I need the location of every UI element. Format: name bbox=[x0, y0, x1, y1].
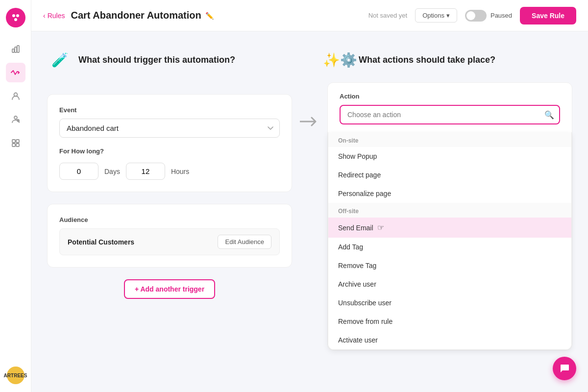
breadcrumb-text: Rules bbox=[48, 12, 65, 20]
sidebar-item-integrations[interactable] bbox=[6, 133, 25, 153]
audience-name: Potential Customers bbox=[68, 238, 134, 246]
sidebar-item-account[interactable] bbox=[6, 110, 25, 129]
svg-rect-11 bbox=[16, 140, 19, 143]
svg-rect-10 bbox=[12, 140, 15, 143]
duration-row: Days Hours bbox=[59, 163, 280, 180]
paused-toggle-wrap: Paused bbox=[465, 10, 512, 22]
svg-rect-12 bbox=[12, 144, 15, 147]
dropdown-item-redirect-page[interactable]: Redirect page bbox=[328, 166, 571, 184]
sidebar: ARTREES bbox=[0, 0, 31, 392]
dropdown-item-remove-tag[interactable]: Remove Tag bbox=[328, 256, 571, 275]
action-section-header: ✨⚙️ What actions should take place? bbox=[327, 47, 572, 73]
breadcrumb-link[interactable]: ‹ Rules bbox=[43, 12, 65, 20]
event-select[interactable]: Abandoned cart bbox=[59, 119, 280, 138]
page-title: Cart Abandoner Automation ✏️ bbox=[71, 10, 213, 21]
action-title: What actions should take place? bbox=[359, 55, 495, 65]
trigger-panel: 🧪 What should trigger this automation? E… bbox=[47, 47, 292, 376]
trigger-section-header: 🧪 What should trigger this automation? bbox=[47, 47, 292, 73]
svg-rect-3 bbox=[12, 49, 14, 52]
trigger-event-card: Event Abandoned cart For How long? Days … bbox=[47, 94, 292, 192]
dropdown-item-activate-user[interactable]: Activate user bbox=[328, 331, 571, 349]
chevron-down-icon: ▾ bbox=[446, 12, 450, 19]
page-body: 🧪 What should trigger this automation? E… bbox=[31, 31, 588, 392]
add-trigger-button[interactable]: + Add another trigger bbox=[124, 279, 215, 299]
search-icon: 🔍 bbox=[544, 110, 554, 120]
action-panel: ✨⚙️ What actions should take place? Acti… bbox=[327, 47, 572, 376]
dropdown-item-personalize-page[interactable]: Personalize page bbox=[328, 184, 571, 203]
action-search-input[interactable] bbox=[340, 105, 560, 124]
options-button[interactable]: Options ▾ bbox=[415, 8, 457, 23]
toggle-label: Paused bbox=[490, 12, 512, 19]
edit-icon[interactable]: ✏️ bbox=[205, 12, 214, 20]
not-saved-status: Not saved yet bbox=[368, 12, 408, 19]
trigger-icon: 🧪 bbox=[47, 47, 73, 73]
edit-audience-button[interactable]: Edit Audience bbox=[218, 235, 271, 249]
action-search-wrap: 🔍 bbox=[340, 105, 560, 124]
topbar-right: Not saved yet Options ▾ Paused Save Rule bbox=[368, 7, 576, 24]
svg-rect-5 bbox=[17, 46, 19, 52]
audience-row: Potential Customers Edit Audience bbox=[59, 228, 280, 255]
action-dropdown: On-site Show Popup Redirect page Persona… bbox=[328, 132, 572, 350]
user-avatar[interactable]: ARTREES bbox=[7, 367, 24, 384]
main-content: ‹ Rules Cart Abandoner Automation ✏️ Not… bbox=[31, 0, 588, 392]
dropdown-item-add-tag[interactable]: Add Tag bbox=[328, 238, 571, 256]
svg-point-2 bbox=[14, 18, 17, 21]
audience-label: Audience bbox=[59, 216, 280, 223]
sidebar-item-contacts[interactable] bbox=[6, 86, 25, 106]
svg-point-1 bbox=[16, 14, 19, 17]
toggle-knob bbox=[466, 11, 475, 20]
action-icon: ✨⚙️ bbox=[327, 47, 353, 73]
chat-button[interactable] bbox=[553, 357, 576, 380]
svg-rect-13 bbox=[16, 144, 19, 147]
sidebar-item-dashboard[interactable] bbox=[6, 39, 25, 59]
action-card-header: Action 🔍 bbox=[328, 83, 572, 132]
dropdown-item-archive-user[interactable]: Archive user bbox=[328, 275, 571, 294]
hours-unit: Hours bbox=[171, 168, 189, 175]
cursor-icon: ☞ bbox=[377, 223, 384, 232]
action-field-label: Action bbox=[340, 93, 560, 100]
sidebar-bottom: ARTREES bbox=[7, 367, 24, 384]
dropdown-item-show-popup[interactable]: Show Popup bbox=[328, 147, 571, 166]
sidebar-item-automation[interactable] bbox=[6, 63, 25, 82]
action-card: Action 🔍 On-site Show Popup Redirect pag… bbox=[327, 82, 572, 350]
save-rule-button[interactable]: Save Rule bbox=[520, 7, 576, 24]
arrow-connector bbox=[292, 47, 327, 376]
dropdown-item-unsubscribe-user[interactable]: Unsubscribe user bbox=[328, 294, 571, 312]
svg-point-7 bbox=[14, 116, 17, 119]
duration-label: For How long? bbox=[59, 147, 280, 155]
app-logo[interactable] bbox=[6, 8, 25, 27]
svg-point-0 bbox=[12, 14, 15, 17]
offsite-group-label: Off-site bbox=[328, 203, 571, 218]
event-label: Event bbox=[59, 106, 280, 114]
svg-rect-4 bbox=[15, 47, 17, 52]
dropdown-item-remove-from-rule[interactable]: Remove from rule bbox=[328, 312, 571, 331]
topbar: ‹ Rules Cart Abandoner Automation ✏️ Not… bbox=[31, 0, 588, 31]
onsite-group-label: On-site bbox=[328, 132, 571, 147]
chat-icon bbox=[559, 363, 570, 374]
dropdown-item-send-email[interactable]: Send Email ☞ bbox=[328, 218, 571, 238]
paused-toggle[interactable] bbox=[465, 10, 487, 22]
days-unit: Days bbox=[104, 168, 120, 175]
hours-input[interactable] bbox=[126, 163, 165, 180]
audience-card: Audience Potential Customers Edit Audien… bbox=[47, 204, 292, 268]
trigger-title: What should trigger this automation? bbox=[78, 55, 235, 65]
days-input[interactable] bbox=[59, 163, 98, 180]
arrow-icon bbox=[300, 116, 319, 127]
chevron-left-icon: ‹ bbox=[43, 12, 46, 20]
